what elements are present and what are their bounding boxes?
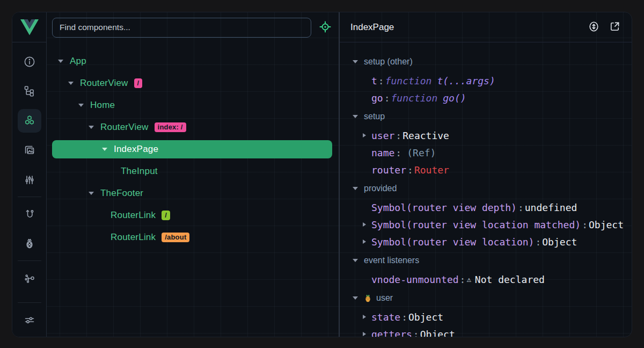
vue-devtools-window: AppRouterView/HomeRouterViewindex: /Inde… <box>12 12 632 337</box>
route-badge: /about <box>162 233 189 242</box>
caret-down-icon[interactable] <box>88 126 94 129</box>
state-value: Not declared <box>475 274 545 285</box>
sidebar-item-settings[interactable] <box>18 305 41 335</box>
section-header[interactable]: provided <box>352 178 632 199</box>
sidebar-item-timeline[interactable] <box>18 165 41 194</box>
state-value: Object <box>589 219 624 230</box>
section-header[interactable]: event listeners <box>352 250 632 271</box>
sidebar-item-info[interactable] <box>18 47 41 76</box>
sidebar-item-graph[interactable] <box>18 263 41 293</box>
state-row: go : functiongo() <box>352 89 632 106</box>
sidebar-divider <box>18 260 41 261</box>
component-name: RouterLink <box>111 210 156 221</box>
caret-down-icon[interactable] <box>101 148 108 151</box>
key-value-separator: : <box>401 311 407 323</box>
key-value-separator: : <box>396 147 401 158</box>
route-badge: / <box>162 211 170 220</box>
caret-down-icon[interactable] <box>352 259 358 262</box>
tree-row[interactable]: TheFooter <box>47 182 339 204</box>
caret-right-icon[interactable] <box>361 222 368 227</box>
caret-down-glyph <box>102 148 107 151</box>
function-signature: go() <box>443 92 466 104</box>
state-key: go <box>371 92 383 104</box>
scroll-to-icon <box>588 20 600 34</box>
key-value-separator: : <box>413 329 419 337</box>
function-keyword: function <box>385 75 432 86</box>
caret-down-glyph <box>353 187 358 190</box>
main-area: AppRouterView/HomeRouterViewindex: /Inde… <box>47 12 632 337</box>
state-row[interactable]: Symbol(router view location) : Object <box>352 233 632 250</box>
state-key: state <box>371 311 400 323</box>
caret-down-icon[interactable] <box>352 296 358 300</box>
inspector-header: IndexPage <box>340 12 632 42</box>
sidebar-bottom-group <box>12 300 46 337</box>
search-input[interactable] <box>52 18 311 38</box>
section-label: event listeners <box>364 256 419 265</box>
key-value-separator: : <box>535 236 541 248</box>
caret-right-icon[interactable] <box>361 133 368 137</box>
key-value-separator: : <box>384 92 390 104</box>
caret-right-icon[interactable] <box>361 332 368 336</box>
tree-row[interactable]: RouterViewindex: / <box>47 116 339 138</box>
tree-row[interactable]: TheInput <box>47 160 339 182</box>
state-key: vnode-unmounted <box>371 274 459 285</box>
state-row: vnode-unmounted : ⚠Not declared <box>352 271 632 288</box>
caret-down-icon[interactable] <box>352 115 358 118</box>
page-tree-icon <box>18 79 41 103</box>
tree-row[interactable]: Home <box>47 94 339 116</box>
state-row[interactable]: getters : Object <box>352 325 632 337</box>
caret-down-glyph <box>78 104 84 107</box>
sidebar <box>12 12 47 337</box>
search-bar <box>47 12 339 42</box>
state-value: (Ref) <box>407 147 436 158</box>
state-key: name <box>371 147 394 158</box>
state-row[interactable]: Symbol(router view location matched) : O… <box>352 216 632 233</box>
inspector-pane: IndexPage setup (other)t : functiont(...… <box>340 12 632 337</box>
tree-row[interactable]: RouterLink/ <box>47 204 339 226</box>
state-row: router : Router <box>352 161 632 178</box>
section-label: provided <box>364 184 397 193</box>
key-value-separator: : <box>407 164 413 176</box>
sidebar-item-assets[interactable] <box>18 135 41 165</box>
state-row[interactable]: state : Object <box>352 308 632 325</box>
caret-down-icon[interactable] <box>352 187 358 190</box>
components-icon <box>18 109 41 133</box>
caret-right-icon[interactable] <box>361 315 368 319</box>
caret-down-icon[interactable] <box>68 82 74 85</box>
pinia-pineapple-icon <box>18 232 41 256</box>
state-value: Object <box>420 329 455 337</box>
pick-component-button[interactable] <box>318 20 332 35</box>
section-header[interactable]: setup (other) <box>352 52 632 72</box>
caret-down-glyph <box>68 82 74 85</box>
state-key: Symbol(router view depth) <box>371 202 517 213</box>
component-name: RouterView <box>80 78 128 89</box>
scroll-to-component-button[interactable] <box>588 20 600 34</box>
caret-down-glyph <box>89 126 94 129</box>
state-key: Symbol(router view location matched) <box>371 219 581 230</box>
caret-down-icon[interactable] <box>57 60 64 63</box>
caret-right-glyph <box>363 332 366 336</box>
section-header[interactable]: setup <box>352 106 632 127</box>
sidebar-item-pinia[interactable] <box>18 229 41 258</box>
vue-logo-icon <box>20 19 39 35</box>
tree-row[interactable]: RouterLink/about <box>47 226 339 248</box>
open-in-editor-button[interactable] <box>609 20 621 34</box>
tree-row[interactable]: App <box>47 50 339 72</box>
external-link-icon <box>609 20 621 34</box>
caret-right-icon[interactable] <box>361 240 368 244</box>
section-header[interactable]: user <box>352 288 632 308</box>
state-row[interactable]: user : Reactive <box>352 127 632 144</box>
sidebar-item-components[interactable] <box>18 106 41 135</box>
sidebar-item-pages[interactable] <box>18 76 41 106</box>
tree-row[interactable]: RouterView/ <box>47 72 339 94</box>
component-name: IndexPage <box>114 144 158 155</box>
function-keyword: function <box>391 92 438 104</box>
tree-row[interactable]: IndexPage <box>52 140 332 158</box>
sidebar-item-router-hook[interactable] <box>18 199 41 229</box>
info-icon <box>18 50 41 74</box>
caret-down-icon[interactable] <box>352 60 358 63</box>
function-signature: t(...args) <box>437 75 495 86</box>
caret-down-icon[interactable] <box>88 192 94 195</box>
route-badge: index: / <box>155 122 186 132</box>
caret-down-icon[interactable] <box>78 104 84 107</box>
